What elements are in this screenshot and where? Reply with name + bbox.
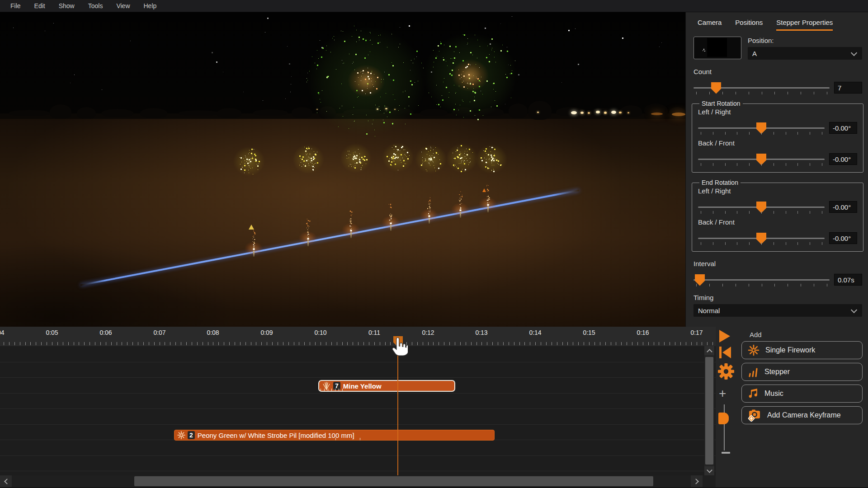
slider-tick [810,163,810,166]
timeline-zoom-slider[interactable] [724,404,725,450]
tab-positions[interactable]: Positions [735,19,763,31]
slider-tick [797,211,798,214]
ruler-tick [643,342,643,345]
horizontal-scroll-thumb[interactable] [134,476,653,486]
ruler-tick [358,342,359,345]
stepper-button[interactable]: Stepper [741,363,863,381]
horizon-light [596,111,600,113]
end-back-front-value[interactable]: -0.00° [829,232,857,244]
timing-select[interactable]: Normal [693,304,862,317]
ruler-time-label: 0:07 [150,329,170,336]
start-rotation-group: Start Rotation Left / Right -0.00° Back … [692,100,863,173]
add-panel: + Add Single FireworkStepperMusicAdd Cam… [716,327,868,488]
slider-tick [822,163,822,166]
end-left-right-value[interactable]: -0.00° [829,201,857,213]
skip-to-start-button[interactable] [718,346,731,361]
ruler-tick [353,342,353,345]
horizon-light [627,112,629,113]
music-button[interactable]: Music [741,385,863,403]
timeline-vertical-scrollbar[interactable] [704,346,714,475]
timeline-zoom-thumb[interactable] [718,413,729,424]
scroll-up-button[interactable] [704,346,714,355]
slider-tick [749,92,749,94]
play-button[interactable] [719,329,731,345]
menu-item-view[interactable]: View [109,0,137,12]
effect-preview-thumbnail[interactable] [693,37,741,59]
candle-tube [350,232,352,238]
chevron-left-icon [4,479,10,484]
ruler-tick [197,342,198,345]
scroll-right-button[interactable] [691,475,703,487]
tab-camera[interactable]: Camera [698,19,722,31]
ruler-tick [707,342,708,345]
menu-item-edit[interactable]: Edit [28,0,52,12]
slider-tick [822,132,822,135]
ruler-tick [208,342,208,345]
menu-item-show[interactable]: Show [52,0,81,12]
timeline-horizontal-scrollbar[interactable] [0,475,716,487]
ruler-tick [57,342,58,345]
start-back-front-slider[interactable] [698,159,825,160]
ruler-tick [428,342,429,345]
timeline-item[interactable]: 7Mine Yellow [318,380,455,392]
zoom-in-button[interactable]: + [719,386,726,401]
slider-tick [713,242,713,245]
ruler-tick [648,342,649,345]
ruler-tick [122,342,122,345]
timeline-tracks[interactable]: 7Mine Yellow2Peony Green w/ White Strobe… [0,346,716,475]
preview-spark [703,49,704,50]
ruler-tick [63,342,63,345]
ruler-time-label: 0:09 [257,329,277,336]
horizon-light [672,113,685,116]
settings-gear-button[interactable] [717,363,735,382]
slider-tick [814,92,814,94]
add-camera-keyframe-button[interactable]: Add Camera Keyframe [741,406,863,424]
add-section-title: Add [750,331,762,338]
candle-sparks [254,250,254,250]
ruler-tick [552,342,552,345]
ruler-tick [299,342,299,345]
start-back-front-value[interactable]: -0.00° [829,153,857,165]
end-rotation-group: End Rotation Left / Right -0.00° Back / … [692,179,863,252]
interval-slider[interactable] [693,279,830,281]
ruler-tick [84,342,85,345]
zoom-out-button[interactable] [722,452,730,454]
tree-silhouette [217,108,241,118]
count-slider[interactable] [693,87,830,89]
scroll-down-button[interactable] [704,466,714,475]
scroll-left-button[interactable] [0,475,12,487]
count-input[interactable]: 7 [834,82,862,94]
inspector-tabs: CameraPositionsStepper Properties [686,12,868,31]
timeline-ruler[interactable]: 0:040:050:060:070:080:090:100:110:120:13… [0,327,716,347]
slider-tick [761,242,762,245]
add-button-label: Single Firework [765,346,815,354]
count-slider-thumb[interactable] [711,82,721,94]
ruler-tick [670,342,670,345]
slider-tick [696,284,697,286]
slider-tick [709,284,710,286]
ruler-tick [530,342,530,345]
slider-tick [749,284,749,286]
menu-item-tools[interactable]: Tools [81,0,110,12]
tree-silhouette [140,108,167,118]
start-left-right-slider[interactable] [698,127,825,129]
end-back-front-slider[interactable] [698,238,825,239]
end-left-right-slider[interactable] [698,206,825,208]
position-select[interactable]: A [748,47,862,60]
start-left-right-value[interactable]: -0.00° [829,122,857,134]
menu-item-file[interactable]: File [4,0,28,12]
ruler-tick [100,342,101,345]
ruler-tick [423,342,423,345]
timeline-item[interactable]: 2Peony Green w/ White Strobe Pil [modifi… [174,430,495,441]
menu-item-help[interactable]: Help [137,0,164,12]
slider-tick [761,211,762,214]
viewport-3d[interactable] [0,12,685,327]
ruler-tick [605,342,606,345]
interval-input[interactable]: 0.07s [834,274,862,286]
ruler-tick [47,342,47,345]
track-row-divider [0,471,716,471]
add-button-label: Music [764,389,783,398]
single-firework-button[interactable]: Single Firework [741,341,863,359]
vertical-scroll-thumb[interactable] [705,357,713,465]
tab-stepper-properties[interactable]: Stepper Properties [776,19,833,31]
